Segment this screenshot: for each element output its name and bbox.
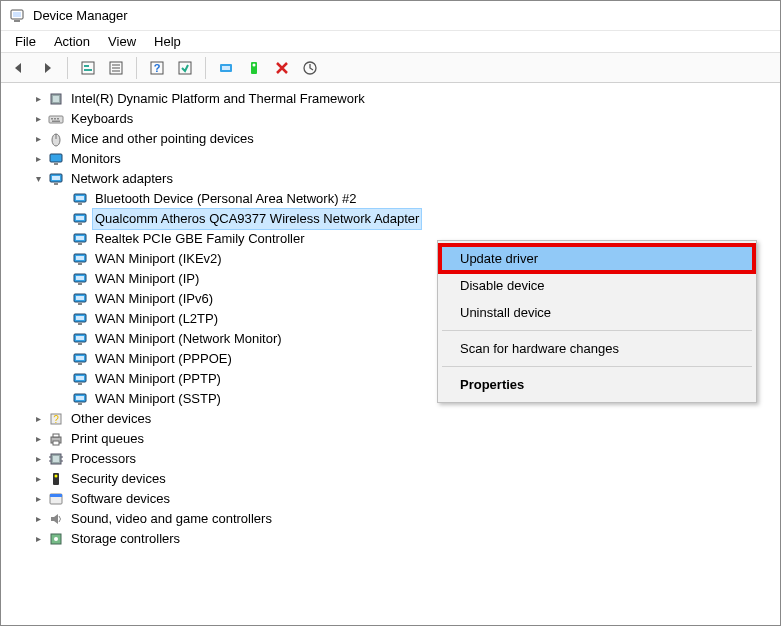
menu-view[interactable]: View <box>100 32 144 51</box>
tree-item-net-qca[interactable]: Qualcomm Atheros QCA9377 Wireless Networ… <box>11 209 780 229</box>
svg-rect-79 <box>50 494 62 497</box>
tree-item-dpt[interactable]: ▸ Intel(R) Dynamic Platform and Thermal … <box>11 89 780 109</box>
tree-item-keyboards[interactable]: ▸ Keyboards <box>11 109 780 129</box>
show-hide-tree-button[interactable] <box>76 56 100 80</box>
app-icon <box>9 8 25 24</box>
menu-file[interactable]: File <box>7 32 44 51</box>
expand-icon[interactable]: ▸ <box>31 432 45 446</box>
expand-icon[interactable]: ▸ <box>31 452 45 466</box>
svg-rect-39 <box>76 236 84 240</box>
svg-rect-30 <box>52 176 60 180</box>
svg-rect-61 <box>78 383 82 385</box>
tree-item-label: Realtek PCIe GBE Family Controller <box>93 229 307 249</box>
svg-rect-36 <box>76 216 84 220</box>
toolbar-sep <box>136 57 137 79</box>
context-uninstall-device[interactable]: Uninstall device <box>440 299 754 326</box>
tree-item-other[interactable]: ▸ ? Other devices <box>11 409 780 429</box>
adapter-icon <box>71 270 89 288</box>
expand-icon[interactable]: ▸ <box>31 112 45 126</box>
tree-item-printq[interactable]: ▸ Print queues <box>11 429 780 449</box>
action-button[interactable] <box>173 56 197 80</box>
expand-icon[interactable]: ▸ <box>31 132 45 146</box>
svg-point-81 <box>54 537 58 541</box>
svg-rect-3 <box>82 62 94 74</box>
no-expand <box>55 372 69 386</box>
tree-item-security[interactable]: ▸ Security devices <box>11 469 780 489</box>
menu-action[interactable]: Action <box>46 32 98 51</box>
adapter-icon <box>71 210 89 228</box>
svg-point-77 <box>55 475 58 478</box>
svg-rect-4 <box>84 65 89 67</box>
tree-item-network[interactable]: ▾ Network adapters <box>11 169 780 189</box>
tree-item-label: Other devices <box>69 409 153 429</box>
tree-item-net-bt[interactable]: Bluetooth Device (Personal Area Network)… <box>11 189 780 209</box>
svg-rect-55 <box>78 343 82 345</box>
back-button[interactable] <box>7 56 31 80</box>
svg-rect-37 <box>78 223 82 225</box>
monitor-icon <box>47 150 65 168</box>
mouse-icon <box>47 130 65 148</box>
device-manager-window: Device Manager File Action View Help ? <box>0 0 781 626</box>
tree-item-label: Intel(R) Dynamic Platform and Thermal Fr… <box>69 89 367 109</box>
printer-icon <box>47 430 65 448</box>
context-update-driver[interactable]: Update driver <box>440 245 754 272</box>
svg-rect-58 <box>78 363 82 365</box>
expand-icon[interactable]: ▸ <box>31 492 45 506</box>
context-disable-device[interactable]: Disable device <box>440 272 754 299</box>
svg-rect-40 <box>78 243 82 245</box>
svg-rect-28 <box>54 163 58 165</box>
tree-item-sound[interactable]: ▸ Sound, video and game controllers <box>11 509 780 529</box>
update-driver-button[interactable] <box>214 56 238 80</box>
tree-item-label: WAN Miniport (L2TP) <box>93 309 220 329</box>
expand-icon[interactable]: ▸ <box>31 532 45 546</box>
context-sep <box>442 366 752 367</box>
device-tree[interactable]: ▸ Intel(R) Dynamic Platform and Thermal … <box>1 83 780 625</box>
svg-rect-19 <box>53 96 59 102</box>
storage-icon <box>47 530 65 548</box>
tree-item-label: Network adapters <box>69 169 175 189</box>
expand-icon[interactable]: ▸ <box>31 472 45 486</box>
forward-button[interactable] <box>35 56 59 80</box>
tree-item-monitors[interactable]: ▸ Monitors <box>11 149 780 169</box>
svg-rect-24 <box>52 121 60 123</box>
svg-rect-48 <box>76 296 84 300</box>
disable-device-button[interactable] <box>270 56 294 80</box>
adapter-icon <box>71 330 89 348</box>
expand-icon[interactable]: ▸ <box>31 152 45 166</box>
no-expand <box>55 192 69 206</box>
collapse-icon[interactable]: ▾ <box>31 172 45 186</box>
adapter-icon <box>71 350 89 368</box>
keyboard-icon <box>47 110 65 128</box>
svg-rect-63 <box>76 396 84 400</box>
context-properties[interactable]: Properties <box>440 371 754 398</box>
tree-item-processors[interactable]: ▸ Processors <box>11 449 780 469</box>
tree-item-label: Security devices <box>69 469 168 489</box>
tree-item-label: WAN Miniport (IP) <box>93 269 201 289</box>
no-expand <box>55 252 69 266</box>
menu-help[interactable]: Help <box>146 32 189 51</box>
help-button[interactable]: ? <box>145 56 169 80</box>
tree-item-mice[interactable]: ▸ Mice and other pointing devices <box>11 129 780 149</box>
svg-point-16 <box>253 63 256 66</box>
no-expand <box>55 392 69 406</box>
tree-item-label: Mice and other pointing devices <box>69 129 256 149</box>
expand-icon[interactable]: ▸ <box>31 92 45 106</box>
tree-item-software[interactable]: ▸ Software devices <box>11 489 780 509</box>
svg-rect-54 <box>76 336 84 340</box>
context-scan-hardware[interactable]: Scan for hardware changes <box>440 335 754 362</box>
tree-item-storage[interactable]: ▸ Storage controllers <box>11 529 780 549</box>
adapter-icon <box>71 370 89 388</box>
tree-item-label: Print queues <box>69 429 146 449</box>
adapter-icon <box>71 390 89 408</box>
svg-rect-27 <box>50 154 62 162</box>
uninstall-device-button[interactable] <box>242 56 266 80</box>
menubar: File Action View Help <box>1 31 780 53</box>
properties-button[interactable] <box>104 56 128 80</box>
scan-hardware-button[interactable] <box>298 56 322 80</box>
tree-item-label: Bluetooth Device (Personal Area Network)… <box>93 189 359 209</box>
expand-icon[interactable]: ▸ <box>31 412 45 426</box>
expand-icon[interactable]: ▸ <box>31 512 45 526</box>
svg-rect-49 <box>78 303 82 305</box>
adapter-icon <box>71 190 89 208</box>
adapter-icon <box>71 230 89 248</box>
